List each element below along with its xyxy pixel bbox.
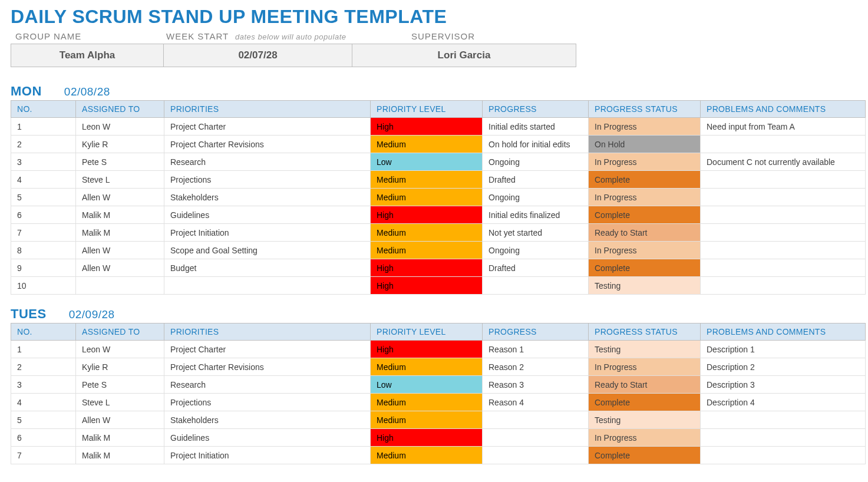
- cell-progress[interactable]: Reason 2: [483, 358, 589, 376]
- cell-progress-status[interactable]: Testing: [589, 341, 701, 358]
- cell-no[interactable]: 7: [11, 447, 76, 464]
- cell-progress[interactable]: Not yet started: [483, 224, 589, 242]
- cell-priorities[interactable]: Guidelines: [164, 206, 371, 224]
- cell-no[interactable]: 2: [11, 358, 76, 376]
- cell-no[interactable]: 6: [11, 429, 76, 447]
- cell-comments[interactable]: Description 1: [701, 341, 866, 358]
- cell-progress[interactable]: Reason 1: [483, 341, 589, 358]
- cell-progress-status[interactable]: Testing: [589, 411, 701, 429]
- cell-no[interactable]: 5: [11, 189, 76, 206]
- cell-priorities[interactable]: Research: [164, 153, 371, 171]
- cell-comments[interactable]: [701, 136, 866, 153]
- cell-priorities[interactable]: Project Charter Revisions: [164, 136, 371, 153]
- cell-comments[interactable]: [701, 259, 866, 277]
- cell-assigned[interactable]: Leon W: [76, 118, 164, 136]
- cell-no[interactable]: 5: [11, 411, 76, 429]
- cell-progress[interactable]: [483, 447, 589, 464]
- cell-comments[interactable]: [701, 171, 866, 189]
- cell-priority-level[interactable]: Medium: [371, 189, 483, 206]
- cell-priority-level[interactable]: High: [371, 429, 483, 447]
- value-week-start[interactable]: 02/07/28: [164, 44, 352, 67]
- value-group-name[interactable]: Team Alpha: [11, 44, 164, 67]
- cell-priorities[interactable]: Projections: [164, 394, 371, 411]
- cell-comments[interactable]: [701, 411, 866, 429]
- cell-no[interactable]: 2: [11, 136, 76, 153]
- cell-comments[interactable]: [701, 206, 866, 224]
- cell-priority-level[interactable]: Medium: [371, 136, 483, 153]
- cell-assigned[interactable]: Steve L: [76, 171, 164, 189]
- cell-priority-level[interactable]: High: [371, 206, 483, 224]
- cell-priority-level[interactable]: Low: [371, 153, 483, 171]
- cell-progress-status[interactable]: In Progress: [589, 429, 701, 447]
- cell-assigned[interactable]: Pete S: [76, 153, 164, 171]
- cell-assigned[interactable]: Allen W: [76, 259, 164, 277]
- cell-priorities[interactable]: Projections: [164, 171, 371, 189]
- cell-assigned[interactable]: Malik M: [76, 447, 164, 464]
- cell-comments[interactable]: Description 3: [701, 376, 866, 394]
- cell-priorities[interactable]: Research: [164, 376, 371, 394]
- cell-assigned[interactable]: Allen W: [76, 189, 164, 206]
- cell-no[interactable]: 7: [11, 224, 76, 242]
- cell-progress[interactable]: [483, 429, 589, 447]
- cell-assigned[interactable]: Malik M: [76, 429, 164, 447]
- cell-no[interactable]: 9: [11, 259, 76, 277]
- cell-priority-level[interactable]: Medium: [371, 394, 483, 411]
- cell-no[interactable]: 1: [11, 341, 76, 358]
- cell-progress-status[interactable]: Complete: [589, 259, 701, 277]
- cell-progress-status[interactable]: Complete: [589, 394, 701, 411]
- cell-comments[interactable]: [701, 447, 866, 464]
- cell-priorities[interactable]: Guidelines: [164, 429, 371, 447]
- cell-no[interactable]: 10: [11, 277, 76, 295]
- cell-progress-status[interactable]: Ready to Start: [589, 376, 701, 394]
- cell-priorities[interactable]: Project Initiation: [164, 447, 371, 464]
- cell-assigned[interactable]: Malik M: [76, 224, 164, 242]
- cell-priorities[interactable]: Scope and Goal Setting: [164, 242, 371, 259]
- cell-priority-level[interactable]: Medium: [371, 224, 483, 242]
- cell-no[interactable]: 3: [11, 376, 76, 394]
- cell-no[interactable]: 6: [11, 206, 76, 224]
- cell-no[interactable]: 4: [11, 171, 76, 189]
- cell-priority-level[interactable]: Medium: [371, 242, 483, 259]
- cell-assigned[interactable]: Allen W: [76, 242, 164, 259]
- cell-progress-status[interactable]: Ready to Start: [589, 224, 701, 242]
- cell-comments[interactable]: [701, 277, 866, 295]
- cell-comments[interactable]: Description 2: [701, 358, 866, 376]
- cell-no[interactable]: 8: [11, 242, 76, 259]
- cell-progress[interactable]: Ongoing: [483, 242, 589, 259]
- cell-comments[interactable]: Need input from Team A: [701, 118, 866, 136]
- cell-priority-level[interactable]: High: [371, 277, 483, 295]
- cell-progress-status[interactable]: On Hold: [589, 136, 701, 153]
- cell-progress-status[interactable]: Testing: [589, 277, 701, 295]
- cell-assigned[interactable]: Leon W: [76, 341, 164, 358]
- cell-priorities[interactable]: Budget: [164, 259, 371, 277]
- cell-progress[interactable]: [483, 411, 589, 429]
- cell-progress[interactable]: Drafted: [483, 259, 589, 277]
- cell-no[interactable]: 4: [11, 394, 76, 411]
- cell-comments[interactable]: Description 4: [701, 394, 866, 411]
- cell-progress-status[interactable]: Complete: [589, 447, 701, 464]
- cell-progress[interactable]: On hold for initial edits: [483, 136, 589, 153]
- cell-assigned[interactable]: [76, 277, 164, 295]
- cell-priorities[interactable]: Stakeholders: [164, 189, 371, 206]
- cell-assigned[interactable]: Kylie R: [76, 136, 164, 153]
- cell-progress[interactable]: Initial edits finalized: [483, 206, 589, 224]
- cell-assigned[interactable]: Malik M: [76, 206, 164, 224]
- cell-progress[interactable]: Ongoing: [483, 189, 589, 206]
- cell-progress[interactable]: Reason 4: [483, 394, 589, 411]
- cell-comments[interactable]: [701, 189, 866, 206]
- cell-no[interactable]: 1: [11, 118, 76, 136]
- cell-progress-status[interactable]: Complete: [589, 171, 701, 189]
- cell-progress-status[interactable]: In Progress: [589, 189, 701, 206]
- cell-priority-level[interactable]: High: [371, 341, 483, 358]
- cell-priorities[interactable]: Project Charter Revisions: [164, 358, 371, 376]
- cell-priorities[interactable]: Project Initiation: [164, 224, 371, 242]
- cell-progress-status[interactable]: In Progress: [589, 242, 701, 259]
- cell-comments[interactable]: [701, 224, 866, 242]
- cell-priority-level[interactable]: Low: [371, 376, 483, 394]
- cell-priority-level[interactable]: Medium: [371, 171, 483, 189]
- cell-comments[interactable]: Document C not currently available: [701, 153, 866, 171]
- cell-priority-level[interactable]: High: [371, 259, 483, 277]
- cell-progress-status[interactable]: In Progress: [589, 118, 701, 136]
- cell-progress[interactable]: [483, 277, 589, 295]
- cell-comments[interactable]: [701, 429, 866, 447]
